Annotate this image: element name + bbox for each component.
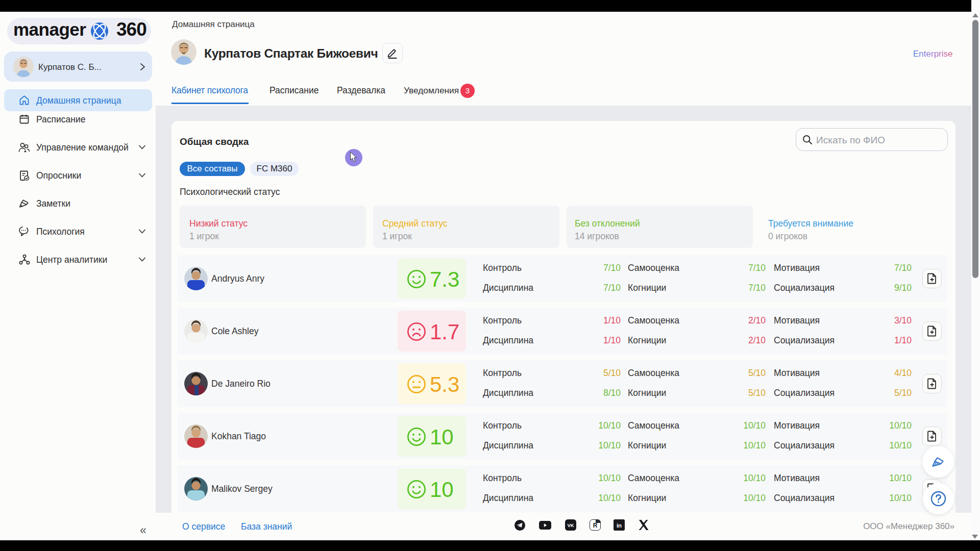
svg-text:VK: VK	[567, 522, 574, 528]
svg-text:R: R	[593, 522, 598, 529]
svg-text:in: in	[617, 522, 622, 529]
